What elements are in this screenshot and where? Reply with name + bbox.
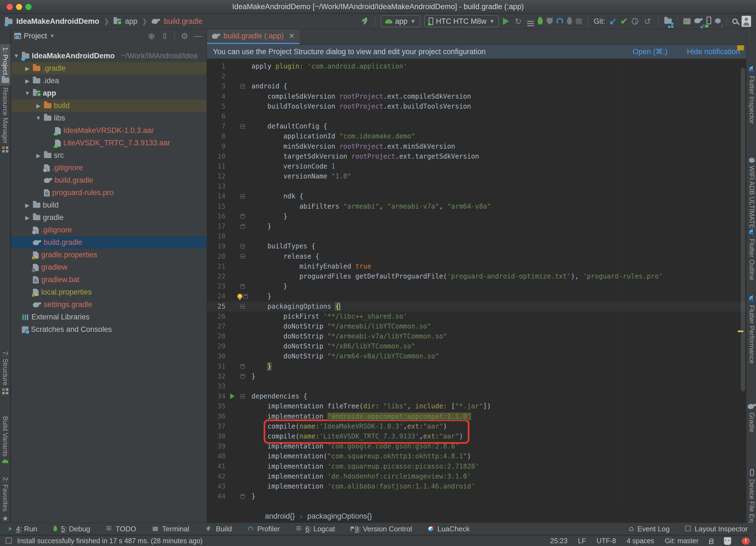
tree-row[interactable]: ▼app (11, 87, 206, 99)
stripe-button-resource-manager[interactable]: Resource Manager (0, 85, 11, 155)
tree-row[interactable]: ▼libs (11, 112, 206, 124)
fold-open-icon[interactable] (240, 394, 245, 399)
code-line[interactable]: 20 release { (207, 251, 746, 261)
search-everywhere-button[interactable] (732, 19, 738, 24)
code-text[interactable]: defaultConfig { (248, 121, 327, 131)
project-panel-title[interactable]: Project (24, 32, 47, 40)
code-text[interactable] (248, 111, 251, 121)
line-number[interactable]: 31 (207, 361, 228, 371)
code-text[interactable]: abiFilters "armeabi", "armeabi-v7a", "ar… (248, 201, 491, 211)
fold-end-icon[interactable] (243, 294, 248, 299)
line-number[interactable]: 13 (207, 181, 228, 191)
line-number[interactable]: 44 (207, 491, 228, 501)
hide-notification-link[interactable]: Hide notification (687, 48, 740, 56)
open-project-structure-link[interactable]: Open (⌘;) (633, 47, 668, 56)
tree-row[interactable]: proguard-rules.pro (11, 187, 206, 199)
code-text[interactable]: apply plugin: 'com.android.application' (248, 61, 407, 71)
line-number[interactable]: 24 (207, 291, 228, 301)
line-number[interactable]: 9 (207, 141, 228, 151)
line-ending[interactable]: LF (578, 537, 586, 545)
stripe-button-flutter-inspector[interactable]: Flutter Inspector (747, 64, 756, 126)
code-line[interactable]: 22 proguardFiles getDefaultProguardFile(… (207, 271, 746, 281)
tool-window-button-profiler[interactable]: Profiler (247, 525, 280, 533)
code-text[interactable]: implementation 'de.hdodenhof:circleimage… (248, 471, 471, 481)
tool-window-button-terminal[interactable]: Terminal (152, 525, 189, 533)
debug-button[interactable] (538, 18, 543, 25)
code-text[interactable]: minSdkVersion rootProject.ext.minSdkVers… (248, 141, 455, 151)
line-number[interactable]: 42 (207, 471, 228, 481)
code-line[interactable]: 1apply plugin: 'com.android.application' (207, 61, 746, 71)
device-manager-button[interactable] (664, 17, 672, 26)
code-text[interactable]: implementation("com.squareup.okhttp3:okh… (248, 451, 471, 461)
code-line[interactable]: 7 defaultConfig { (207, 121, 746, 131)
code-line[interactable]: 6 (207, 111, 746, 121)
tree-row[interactable]: ▶build (11, 99, 206, 112)
git-commit-button[interactable]: ✔ (620, 16, 628, 27)
fold-end-icon[interactable] (240, 224, 245, 229)
code-line[interactable]: 28 doNotStrip "*/armeabi-v7a/libYTCommon… (207, 331, 746, 341)
tool-window-button-9-version-control[interactable]: 9: Version Control (350, 525, 412, 533)
breadcrumb-item[interactable]: packagingOptions{} (307, 512, 372, 521)
tree-row[interactable]: gradlew (11, 261, 206, 274)
avatar[interactable] (742, 16, 751, 27)
close-tab-icon[interactable]: ✕ (289, 32, 295, 40)
breadcrumb-file[interactable]: build.gradle (164, 17, 203, 26)
line-number[interactable]: 28 (207, 331, 228, 341)
fold-open-icon[interactable] (240, 194, 245, 199)
code-line[interactable]: 21 minifyEnabled true (207, 261, 746, 271)
line-number[interactable]: 3 (207, 81, 228, 91)
line-number[interactable]: 19 (207, 241, 228, 251)
fold-open-icon[interactable] (240, 254, 245, 259)
stop-button[interactable] (576, 18, 582, 24)
line-number[interactable]: 1 (207, 61, 228, 71)
tool-window-button-4-run[interactable]: 4: Run (8, 525, 37, 533)
rollback-button[interactable]: ↺ (642, 16, 653, 27)
code-text[interactable]: buildToolsVersion rootProject.ext.buildT… (248, 101, 471, 111)
code-text[interactable]: targetSdkVersion rootProject.ext.targetS… (248, 151, 479, 161)
line-number[interactable]: 4 (207, 91, 228, 101)
line-number[interactable]: 27 (207, 321, 228, 331)
line-number[interactable]: 23 (207, 281, 228, 291)
line-number[interactable]: 17 (207, 221, 228, 231)
line-number[interactable]: 36 (207, 411, 228, 421)
git-branch[interactable]: Git: master (665, 537, 699, 545)
code-text[interactable]: release { (248, 251, 319, 261)
coverage-button[interactable] (547, 18, 553, 25)
line-number[interactable]: 7 (207, 121, 228, 131)
line-number[interactable]: 25 (207, 301, 228, 311)
fatal-error-icon[interactable]: ! (742, 537, 750, 545)
stripe-button-1-project[interactable]: 1: Project (0, 44, 11, 86)
code-line[interactable]: 40 implementation("com.squareup.okhttp3:… (207, 451, 746, 461)
code-text[interactable]: compileSdkVersion rootProject.ext.compil… (248, 91, 471, 101)
code-text[interactable]: doNotStrip "*/arm64-v8a/libYTCommon.so" (248, 351, 439, 361)
code-text[interactable]: implementation 'androidx.appcompat:appco… (248, 411, 471, 421)
editor-tab[interactable]: build.gradle (:app) ✕ (207, 29, 300, 44)
run-configuration-select[interactable]: app ▼ (381, 15, 420, 27)
code-line[interactable]: 41 implementation 'com.squareup.picasso:… (207, 461, 746, 471)
code-text[interactable]: applicationId "com.ideamake.demo" (248, 131, 415, 141)
tree-expand-arrow[interactable]: ▶ (24, 214, 30, 221)
code-line[interactable]: 44} (207, 491, 746, 501)
tree-expand-arrow[interactable]: ▼ (24, 90, 30, 96)
minimize-window-button[interactable] (16, 4, 22, 10)
code-line[interactable]: 3android { (207, 81, 746, 91)
code-line[interactable]: 14 ndk { (207, 191, 746, 201)
code-line[interactable]: 42 implementation 'de.hdodenhof:circleim… (207, 471, 746, 481)
code-text[interactable]: minifyEnabled true (248, 261, 371, 271)
code-line[interactable]: 4 compileSdkVersion rootProject.ext.comp… (207, 91, 746, 101)
line-number[interactable]: 41 (207, 461, 228, 471)
line-number[interactable]: 39 (207, 441, 228, 451)
stripe-button-7-structure[interactable]: 7: Structure (0, 348, 11, 397)
code-text[interactable] (248, 381, 251, 391)
line-number[interactable]: 11 (207, 161, 228, 171)
tree-expand-arrow[interactable]: ▼ (35, 115, 41, 121)
code-line[interactable]: 10 targetSdkVersion rootProject.ext.targ… (207, 151, 746, 161)
device-select[interactable]: HTC HTC M8w ▼ (424, 15, 499, 27)
code-text[interactable]: implementation fileTree(dir: "libs", inc… (248, 401, 491, 411)
attach-debugger-button[interactable] (567, 18, 572, 25)
line-number[interactable]: 43 (207, 481, 228, 491)
gradle-daemon-icon[interactable] (724, 537, 731, 545)
line-number[interactable]: 16 (207, 211, 228, 221)
fold-open-icon[interactable] (240, 304, 245, 309)
tree-row[interactable]: .gitignore (11, 162, 206, 174)
